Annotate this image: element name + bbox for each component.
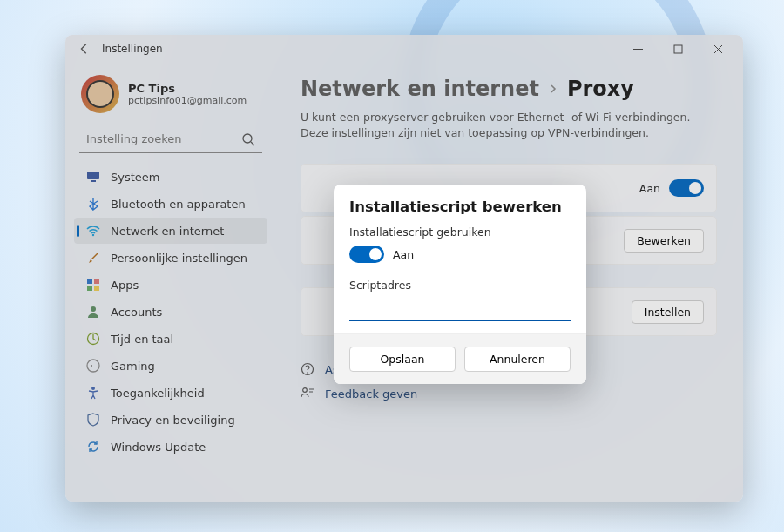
breadcrumb: Netwerk en internet Proxy bbox=[301, 77, 717, 101]
svg-point-4 bbox=[92, 234, 94, 236]
svg-rect-6 bbox=[94, 279, 99, 284]
profile-name: PC Tips bbox=[128, 82, 247, 95]
script-address-input[interactable] bbox=[349, 297, 571, 321]
page-description: U kunt een proxyserver gebruiken voor Et… bbox=[301, 110, 717, 141]
svg-rect-2 bbox=[87, 172, 99, 179]
bluetooth-icon bbox=[86, 197, 100, 211]
svg-point-15 bbox=[303, 388, 308, 393]
svg-rect-7 bbox=[87, 286, 92, 291]
close-button[interactable] bbox=[698, 35, 738, 63]
sidebar-item-personalization[interactable]: Persoonlijke instellingen bbox=[74, 245, 267, 271]
edit-script-dialog: Installatiescript bewerken Installatiesc… bbox=[334, 185, 586, 384]
profile-email: pctipsinfo01@gmail.com bbox=[128, 95, 247, 106]
nav: Systeem Bluetooth en apparaten Netwerk e… bbox=[74, 164, 267, 460]
sidebar-item-system[interactable]: Systeem bbox=[74, 164, 267, 190]
sync-icon bbox=[86, 440, 100, 454]
use-script-toggle[interactable] bbox=[349, 246, 384, 263]
sidebar-item-time[interactable]: Tijd en taal bbox=[74, 326, 267, 352]
page-title: Proxy bbox=[567, 77, 634, 101]
sidebar: PC Tips pctipsinfo01@gmail.com Systeem B… bbox=[65, 63, 274, 502]
profile-block[interactable]: PC Tips pctipsinfo01@gmail.com bbox=[74, 71, 267, 124]
feedback-link[interactable]: Feedback geven bbox=[301, 387, 717, 401]
feedback-icon bbox=[301, 387, 314, 401]
sidebar-item-label: Gaming bbox=[111, 360, 155, 373]
sidebar-item-label: Bluetooth en apparaten bbox=[111, 198, 246, 211]
sidebar-item-privacy[interactable]: Privacy en beveiliging bbox=[74, 407, 267, 433]
svg-point-14 bbox=[307, 372, 308, 374]
autodetect-toggle[interactable] bbox=[669, 179, 704, 197]
svg-rect-0 bbox=[674, 45, 682, 53]
avatar bbox=[81, 75, 119, 113]
apps-icon bbox=[86, 278, 100, 292]
sidebar-item-label: Toegankelijkheid bbox=[111, 387, 205, 400]
chevron-right-icon bbox=[548, 81, 558, 98]
svg-point-9 bbox=[91, 306, 96, 312]
sidebar-item-accessibility[interactable]: Toegankelijkheid bbox=[74, 380, 267, 406]
toggle-label: Aan bbox=[639, 182, 660, 195]
help-icon bbox=[301, 362, 314, 376]
back-button[interactable] bbox=[71, 35, 98, 63]
breadcrumb-parent[interactable]: Netwerk en internet bbox=[301, 77, 539, 101]
dialog-use-script-label: Installatiescript gebruiken bbox=[349, 226, 571, 239]
sidebar-item-network[interactable]: Netwerk en internet bbox=[74, 218, 267, 244]
sidebar-item-bluetooth[interactable]: Bluetooth en apparaten bbox=[74, 191, 267, 217]
toggle-label: Aan bbox=[393, 248, 414, 261]
wifi-icon bbox=[86, 224, 100, 238]
sidebar-item-label: Accounts bbox=[111, 306, 162, 319]
sidebar-item-label: Privacy en beveiliging bbox=[111, 414, 235, 427]
sidebar-item-label: Windows Update bbox=[111, 441, 206, 454]
globe-clock-icon bbox=[86, 332, 100, 346]
svg-rect-5 bbox=[87, 279, 92, 284]
sidebar-item-accounts[interactable]: Accounts bbox=[74, 299, 267, 325]
sidebar-item-label: Netwerk en internet bbox=[111, 225, 224, 238]
shield-icon bbox=[86, 413, 100, 427]
svg-point-1 bbox=[243, 134, 252, 143]
close-icon bbox=[713, 44, 723, 54]
sidebar-item-label: Persoonlijke instellingen bbox=[111, 252, 247, 265]
svg-rect-8 bbox=[94, 286, 99, 291]
sidebar-item-label: Apps bbox=[111, 279, 139, 292]
save-button[interactable]: Opslaan bbox=[349, 347, 456, 372]
sidebar-item-label: Tijd en taal bbox=[111, 333, 173, 346]
titlebar: Instellingen bbox=[65, 35, 743, 63]
sidebar-item-apps[interactable]: Apps bbox=[74, 272, 267, 298]
cancel-button[interactable]: Annuleren bbox=[464, 347, 571, 372]
sidebar-item-label: Systeem bbox=[111, 171, 159, 184]
svg-rect-3 bbox=[91, 180, 96, 182]
paintbrush-icon bbox=[86, 251, 100, 265]
minimize-icon bbox=[633, 44, 643, 54]
setup-manual-button[interactable]: Instellen bbox=[632, 300, 704, 324]
person-icon bbox=[86, 305, 100, 319]
arrow-left-icon bbox=[78, 43, 91, 55]
sidebar-item-gaming[interactable]: Gaming bbox=[74, 353, 267, 379]
app-title: Instellingen bbox=[102, 43, 163, 55]
search-input[interactable] bbox=[79, 125, 262, 153]
minimize-button[interactable] bbox=[618, 35, 658, 63]
settings-window: Instellingen PC Tips pctipsinfo01@gmail.… bbox=[65, 35, 743, 502]
accessibility-icon bbox=[86, 386, 100, 400]
search-box[interactable] bbox=[79, 125, 262, 153]
search-icon bbox=[241, 132, 255, 146]
dialog-title: Installatiescript bewerken bbox=[349, 199, 571, 215]
svg-point-12 bbox=[91, 387, 95, 390]
maximize-icon bbox=[673, 44, 683, 54]
help-link-label: Feedback geven bbox=[325, 387, 417, 401]
sidebar-item-update[interactable]: Windows Update bbox=[74, 434, 267, 460]
gamepad-icon bbox=[86, 359, 100, 373]
maximize-button[interactable] bbox=[658, 35, 698, 63]
edit-script-button[interactable]: Bewerken bbox=[624, 229, 704, 253]
svg-point-11 bbox=[87, 360, 99, 372]
script-address-label: Scriptadres bbox=[349, 279, 571, 292]
display-icon bbox=[86, 170, 100, 184]
